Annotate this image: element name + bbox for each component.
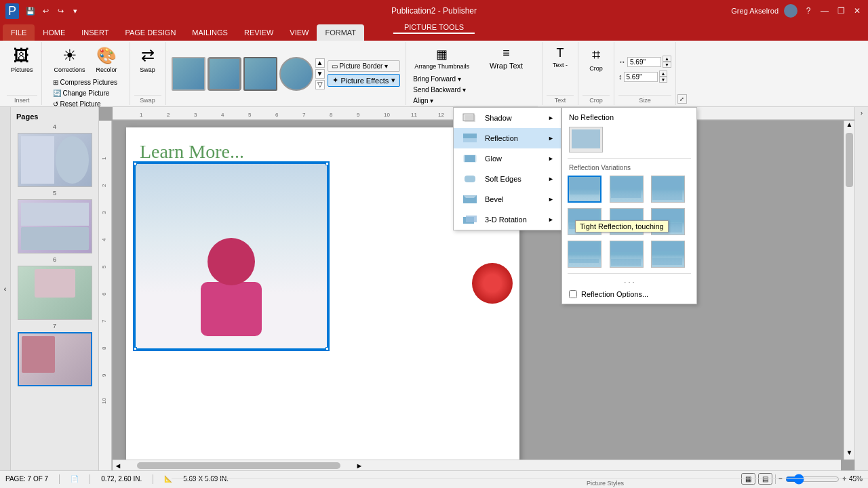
bring-forward-button[interactable]: Bring Forward ▾ (410, 74, 473, 84)
tab-review[interactable]: REVIEW (236, 24, 281, 41)
tab-bar: PICTURE TOOLS FILE HOME INSERT PAGE DESI… (0, 22, 868, 41)
style-thumb-1[interactable] (172, 57, 205, 91)
ref-thumb-3-1[interactable] (568, 241, 601, 268)
tab-view[interactable]: VIEW (281, 24, 317, 41)
picture-border-button[interactable]: ▭ Picture Border ▾ (328, 60, 401, 72)
tab-format[interactable]: FORMAT (317, 24, 364, 41)
width-up[interactable]: ▲ (663, 56, 671, 62)
height-down[interactable]: ▼ (659, 77, 668, 83)
ref-thumb-1-1[interactable] (568, 176, 601, 203)
menu-item-shadow[interactable]: Shadow ► (454, 108, 561, 128)
corrections-button[interactable]: ☀ Corrections (50, 43, 90, 76)
send-backward-button[interactable]: Send Backward ▾ (410, 85, 473, 95)
change-picture-button[interactable]: 🔄 Change Picture (50, 88, 121, 98)
no-ref-preview[interactable] (569, 127, 603, 152)
menu-item-3d-rotation[interactable]: 3-D Rotation ► (454, 209, 561, 230)
scroll-down-btn[interactable]: ▼ (844, 449, 854, 460)
status-sep-1 (59, 474, 60, 484)
menu-item-bevel[interactable]: Bevel ► (454, 189, 561, 209)
thumb-5-row2 (21, 227, 89, 250)
recolor-button[interactable]: 🎨 Recolor (92, 43, 121, 76)
tab-file[interactable]: FILE (3, 24, 35, 41)
picture-effects-button[interactable]: ✦ Picture Effects ▾ (328, 74, 401, 87)
reflection-label: Reflection (485, 134, 518, 142)
ribbon-group-size: ↔ 5.69" ▲ ▼ ↕ 5.69" ▲ ▼ Size (614, 42, 676, 105)
menu-item-reflection[interactable]: Reflection ► (454, 128, 561, 148)
no-reflection-option[interactable]: No Reflection (562, 110, 696, 124)
page-thumb-6[interactable] (18, 266, 92, 320)
main-image[interactable] (133, 161, 330, 351)
menu-item-glow[interactable]: Glow ► (454, 148, 561, 169)
style-thumb-2[interactable] (208, 57, 241, 91)
selection-border (134, 163, 328, 350)
tab-home[interactable]: HOME (35, 24, 73, 41)
glow-icon (460, 152, 479, 165)
tab-insert[interactable]: INSERT (73, 24, 117, 41)
thumb-content-7 (19, 333, 91, 385)
pictures-button[interactable]: 🖼 Pictures (7, 43, 37, 76)
page-num-4: 4 (14, 123, 96, 130)
style-thumb-3[interactable] (243, 57, 277, 91)
scroll-up-btn[interactable]: ▲ (844, 121, 854, 131)
wrap-text-button[interactable]: ≡ Wrap Text (475, 43, 538, 73)
undo-btn[interactable]: ↩ (39, 5, 52, 17)
reflection-options-checkbox[interactable] (569, 290, 577, 298)
customize-btn[interactable]: ▾ (69, 5, 81, 17)
width-input[interactable]: 5.69" (627, 57, 661, 67)
menu-item-soft-edges[interactable]: Soft Edges ► (454, 169, 561, 189)
help-btn[interactable]: ? (803, 5, 814, 16)
style-scroll-up[interactable]: ▲ (315, 58, 325, 68)
style-scroll-more[interactable]: ▽ (315, 80, 325, 89)
svg-rect-42 (570, 189, 599, 195)
text-button[interactable]: T Text - (547, 43, 574, 71)
tab-page-design[interactable]: PAGE DESIGN (117, 24, 184, 41)
ref-thumb-1-3[interactable] (651, 176, 685, 203)
restore-btn[interactable]: ❐ (835, 5, 846, 16)
height-up[interactable]: ▲ (659, 70, 668, 77)
handle-br[interactable] (326, 347, 330, 351)
handle-tr[interactable] (326, 161, 330, 165)
tooltip-tight-reflection: Tight Reflection, touching (575, 220, 669, 232)
v-scrollbar: ▲ ▼ (844, 121, 854, 460)
save-btn[interactable]: 💾 (24, 5, 37, 17)
crop-button[interactable]: ⌗ Crop (583, 43, 610, 75)
v-scroll-thumb[interactable] (846, 133, 853, 187)
red-flower-image[interactable] (472, 263, 516, 307)
handle-tl[interactable] (133, 161, 137, 165)
reflection-options-button[interactable]: Reflection Options... (562, 287, 696, 301)
ref-thumb-3-3[interactable] (651, 241, 685, 268)
compress-pictures-button[interactable]: ⊞ Compress Pictures (50, 77, 121, 87)
pictures-label: Pictures (11, 66, 33, 73)
page-thumb-5[interactable] (18, 199, 92, 253)
h-scroll-thumb[interactable] (137, 462, 340, 469)
style-scroll-down[interactable]: ▼ (315, 69, 325, 79)
handle-bl[interactable] (133, 347, 137, 351)
redo-btn[interactable]: ↪ (54, 5, 66, 17)
ribbon-expand-btn[interactable]: ⤢ (677, 94, 687, 104)
page-thumb-4[interactable] (18, 133, 92, 187)
align-button[interactable]: Align ▾ (410, 96, 473, 106)
scroll-right-btn[interactable]: ► (354, 462, 365, 470)
arrange-grid: ▦ Arrange Thumbnails ≡ Wrap Text Bring F… (410, 43, 538, 106)
swap-button[interactable]: ⇄ Swap (134, 43, 161, 76)
close-btn[interactable]: ✕ (852, 5, 863, 16)
scroll-left-btn[interactable]: ◄ (113, 462, 123, 470)
ref-thumb-1-2[interactable] (610, 176, 644, 203)
ref-thumb-3-2[interactable] (610, 241, 644, 268)
minimize-btn[interactable]: — (819, 5, 830, 16)
arrange-thumbs-label: Arrange Thumbnails (414, 63, 469, 70)
arrange-thumbnails-button[interactable]: ▦ Arrange Thumbnails (410, 43, 473, 73)
width-down[interactable]: ▼ (663, 62, 671, 68)
height-input[interactable]: 5.69" (624, 72, 658, 82)
shadow-label: Shadow (485, 114, 512, 122)
page-thumb-7[interactable] (18, 332, 92, 386)
toggle-pages-button[interactable]: ‹ (0, 107, 11, 470)
sidebar-collapse-btn[interactable]: › (861, 110, 863, 117)
arrange-content: ▦ Arrange Thumbnails ≡ Wrap Text Bring F… (410, 43, 538, 106)
svg-rect-55 (611, 243, 641, 252)
svg-text:7: 7 (101, 319, 107, 323)
style-thumb-4[interactable] (279, 57, 313, 91)
page-num-7: 7 (14, 323, 96, 329)
style-scroll: ▲ ▼ ▽ (315, 58, 325, 89)
tab-mailings[interactable]: MAILINGS (184, 24, 236, 41)
